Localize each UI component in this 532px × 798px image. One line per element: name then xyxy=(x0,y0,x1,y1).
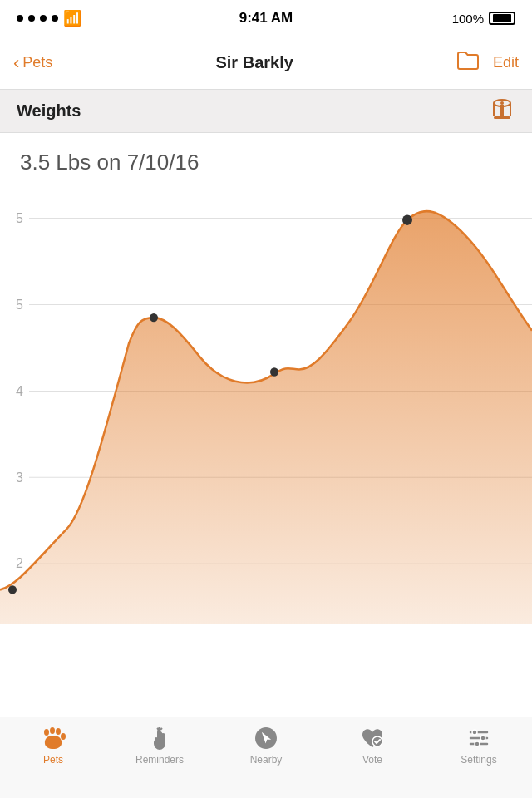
nearby-icon xyxy=(254,726,278,751)
svg-point-32 xyxy=(472,730,477,735)
svg-rect-0 xyxy=(494,116,510,119)
tab-vote-label: Vote xyxy=(362,754,382,766)
tab-settings-label: Settings xyxy=(461,754,496,766)
svg-text:4: 4 xyxy=(16,382,23,397)
chart-svg: 5 5 4 3 2 xyxy=(0,184,532,624)
tab-pets-label: Pets xyxy=(43,754,63,766)
vote-icon xyxy=(360,726,385,751)
signal-dot xyxy=(17,15,23,22)
data-point xyxy=(402,214,412,224)
wifi-icon: 📶 xyxy=(63,9,81,27)
svg-point-18 xyxy=(56,728,61,735)
tab-nearby-label: Nearby xyxy=(250,754,283,766)
svg-point-19 xyxy=(61,733,66,740)
battery-percent: 100% xyxy=(452,12,484,26)
status-time: 9:41 AM xyxy=(239,10,293,27)
tab-reminders[interactable]: Reminders xyxy=(106,726,213,766)
edit-button[interactable]: Edit xyxy=(493,54,519,71)
chevron-left-icon: ‹ xyxy=(13,54,19,72)
scale-icon xyxy=(489,95,515,127)
data-point xyxy=(8,585,17,594)
reminders-icon xyxy=(147,726,172,751)
status-bar: 📶 9:41 AM 100% xyxy=(0,0,532,37)
data-point xyxy=(270,367,278,376)
data-point xyxy=(150,313,158,322)
svg-text:5: 5 xyxy=(16,209,23,224)
nav-actions: Edit xyxy=(456,51,519,76)
svg-point-33 xyxy=(480,736,485,741)
tab-vote[interactable]: Vote xyxy=(319,726,426,766)
tab-reminders-label: Reminders xyxy=(135,754,184,766)
weight-display: 3.5 Lbs on 7/10/16 xyxy=(0,133,532,184)
tab-nearby[interactable]: Nearby xyxy=(213,726,319,766)
svg-line-22 xyxy=(160,728,162,730)
svg-rect-25 xyxy=(155,737,158,744)
svg-point-3 xyxy=(500,101,504,105)
svg-point-34 xyxy=(475,741,480,746)
svg-point-17 xyxy=(50,727,55,734)
weight-chart: 5 5 4 3 2 xyxy=(0,184,532,624)
page-title: Sir Barkly xyxy=(215,53,293,72)
signal-indicators: 📶 xyxy=(17,9,81,27)
nav-bar: ‹ Pets Sir Barkly Edit xyxy=(0,37,532,90)
battery-icon xyxy=(489,12,515,25)
battery-indicator: 100% xyxy=(452,12,515,26)
chart-area xyxy=(0,211,532,624)
tab-bar: Pets Reminders Nearby Vote xyxy=(0,717,532,798)
paw-icon xyxy=(41,726,66,751)
signal-dot xyxy=(52,15,58,22)
signal-dot xyxy=(40,15,47,22)
tab-pets[interactable]: Pets xyxy=(0,726,106,766)
signal-dot xyxy=(28,15,35,22)
folder-icon[interactable] xyxy=(456,51,480,76)
svg-text:5: 5 xyxy=(16,296,23,311)
back-button[interactable]: ‹ Pets xyxy=(13,54,52,72)
section-header: Weights xyxy=(0,90,532,133)
back-label: Pets xyxy=(22,54,52,71)
svg-text:3: 3 xyxy=(16,469,23,484)
svg-point-16 xyxy=(44,729,49,736)
weight-value: 3.5 Lbs on 7/10/16 xyxy=(20,150,199,175)
settings-icon xyxy=(466,726,491,751)
svg-text:2: 2 xyxy=(16,555,23,570)
svg-rect-24 xyxy=(161,734,165,742)
svg-line-21 xyxy=(157,728,159,730)
section-title: Weights xyxy=(17,101,81,121)
tab-settings[interactable]: Settings xyxy=(426,726,532,766)
